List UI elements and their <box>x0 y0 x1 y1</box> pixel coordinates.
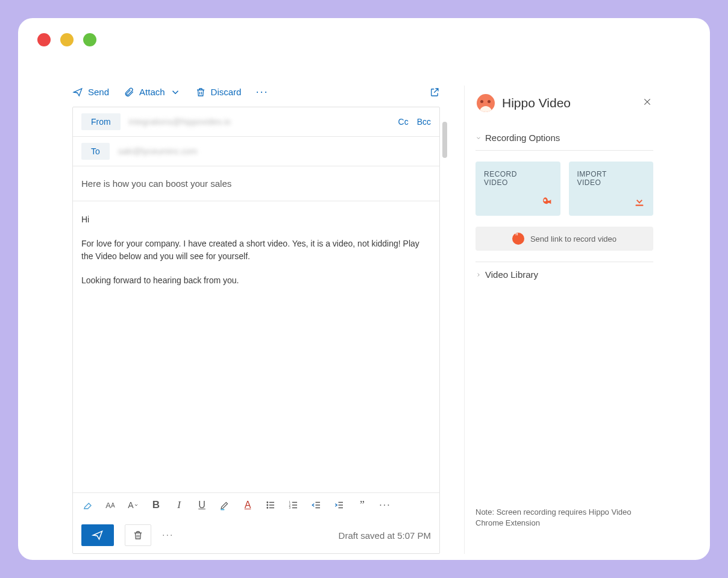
font-style-icon[interactable]: A <box>127 499 139 511</box>
to-row: To saki@lyceuminc.com <box>73 137 439 166</box>
scrollbar[interactable] <box>442 122 447 158</box>
svg-point-2 <box>267 507 268 509</box>
close-panel-button[interactable] <box>642 97 652 110</box>
svg-text:3: 3 <box>289 506 291 509</box>
discard-label: Discard <box>211 87 242 97</box>
body-line: Hi <box>81 213 431 227</box>
popout-icon <box>429 87 440 98</box>
outdent-icon[interactable] <box>310 499 322 511</box>
chat-bubble-icon <box>512 233 524 245</box>
send-icon <box>72 87 83 98</box>
chevron-right-icon <box>475 272 482 278</box>
send-label: Send <box>88 87 109 97</box>
bullet-list-icon[interactable] <box>265 499 277 511</box>
record-video-tile[interactable]: RECORD VIDEO <box>475 162 560 216</box>
draft-status: Draft saved at 5:07 PM <box>339 530 431 541</box>
highlight-icon[interactable] <box>219 499 231 511</box>
compose-card: From integrations@hippovideo.io Cc Bcc T… <box>72 107 440 554</box>
from-row: From integrations@hippovideo.io Cc Bcc <box>73 107 439 137</box>
send-button[interactable]: Send <box>72 87 109 98</box>
sidepanel-header: Hippo Video <box>465 86 664 128</box>
body-line: Looking forward to hearing back from you… <box>81 274 431 287</box>
italic-icon[interactable]: I <box>173 499 185 511</box>
compose-pane: Send Attach Discard ··· <box>72 86 440 554</box>
indent-icon[interactable] <box>333 499 345 511</box>
import-video-l2: VIDEO <box>577 178 645 187</box>
paperclip-icon <box>124 87 134 98</box>
attach-label: Attach <box>139 87 165 97</box>
trash-icon <box>133 530 143 541</box>
maximize-window-icon[interactable] <box>83 33 96 46</box>
camera-icon <box>540 195 553 210</box>
clear-format-icon[interactable] <box>81 499 93 511</box>
compose-toolbar: Send Attach Discard ··· <box>72 86 440 107</box>
send-link-button[interactable]: Send link to record video <box>475 227 653 251</box>
svg-rect-7 <box>636 205 644 206</box>
to-chip[interactable]: To <box>81 143 110 160</box>
close-window-icon[interactable] <box>37 33 51 46</box>
popout-button[interactable] <box>429 87 440 98</box>
download-icon <box>633 195 646 210</box>
bcc-button[interactable]: Bcc <box>417 117 431 127</box>
svg-point-6 <box>544 199 546 201</box>
minimize-window-icon[interactable] <box>60 33 74 46</box>
body-line: For love for your company. I have create… <box>81 237 431 263</box>
body-editor[interactable]: Hi For love for your company. I have cre… <box>73 201 439 492</box>
footer-more-icon[interactable]: ··· <box>162 530 174 541</box>
svg-point-0 <box>267 502 268 503</box>
sidepanel-title: Hippo Video <box>502 96 571 110</box>
svg-point-1 <box>267 504 268 506</box>
from-chip[interactable]: From <box>81 113 121 130</box>
quote-icon[interactable]: ” <box>356 499 368 511</box>
more-button[interactable]: ··· <box>256 86 268 98</box>
app-window: Send Attach Discard ··· <box>18 18 710 560</box>
font-size-icon[interactable]: AA <box>104 499 116 511</box>
chevron-down-icon <box>170 87 181 98</box>
close-icon <box>642 97 652 107</box>
recording-options-section: Recording Options RECORD VIDEO IMPORT VI… <box>465 128 664 287</box>
recording-options-label: Recording Options <box>485 133 560 143</box>
titlebar <box>18 18 710 61</box>
hippo-logo-icon <box>477 94 495 112</box>
recording-options-header[interactable]: Recording Options <box>475 128 653 151</box>
number-list-icon[interactable]: 123 <box>287 499 300 511</box>
format-toolbar: AA A B I U A 123 ” ··· <box>73 492 439 517</box>
video-library-label: Video Library <box>485 269 538 280</box>
delete-draft-button[interactable] <box>125 524 151 546</box>
record-video-l2: VIDEO <box>484 178 552 187</box>
content-area: Send Attach Discard ··· <box>72 86 674 554</box>
subject-field[interactable]: Here is how you can boost your sales <box>73 166 439 201</box>
trash-icon <box>195 87 206 98</box>
chevron-down-icon <box>475 135 482 141</box>
compose-footer: ··· Draft saved at 5:07 PM <box>73 517 439 553</box>
import-video-tile[interactable]: IMPORT VIDEO <box>569 162 654 216</box>
to-value[interactable]: saki@lyceuminc.com <box>118 146 198 156</box>
send-link-label: Send link to record video <box>530 234 617 243</box>
cc-button[interactable]: Cc <box>398 117 409 127</box>
video-library-header[interactable]: Video Library <box>475 262 653 287</box>
record-video-l1: RECORD <box>484 170 552 178</box>
discard-button[interactable]: Discard <box>195 87 242 98</box>
send-icon <box>92 529 104 541</box>
import-video-l1: IMPORT <box>577 170 645 178</box>
bold-icon[interactable]: B <box>150 499 162 511</box>
font-color-icon[interactable]: A <box>242 499 254 511</box>
from-value: integrations@hippovideo.io <box>129 117 231 127</box>
send-primary-button[interactable] <box>81 524 114 546</box>
extension-note: Note: Screen recording requires Hippo Vi… <box>475 507 653 529</box>
format-more-icon[interactable]: ··· <box>379 499 391 511</box>
attach-button[interactable]: Attach <box>124 87 181 98</box>
underline-icon[interactable]: U <box>196 499 208 511</box>
hippo-video-panel: Hippo Video Recording Options RECORD VID… <box>464 86 664 554</box>
